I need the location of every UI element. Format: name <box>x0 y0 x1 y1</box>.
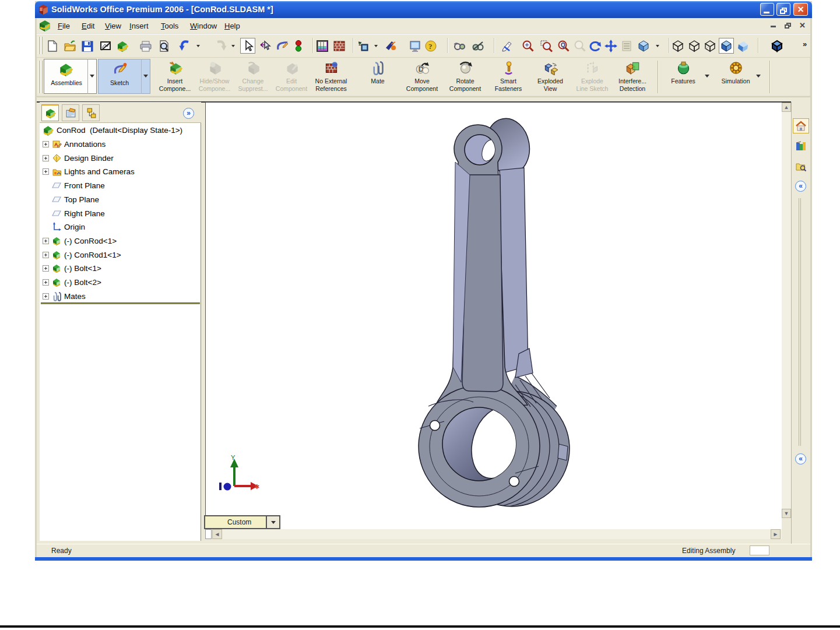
svg-text:Q: Q <box>561 42 565 48</box>
svg-text:?: ? <box>428 42 433 51</box>
svg-text:✱: ✱ <box>254 483 259 490</box>
svg-text:Y: Y <box>231 454 236 461</box>
